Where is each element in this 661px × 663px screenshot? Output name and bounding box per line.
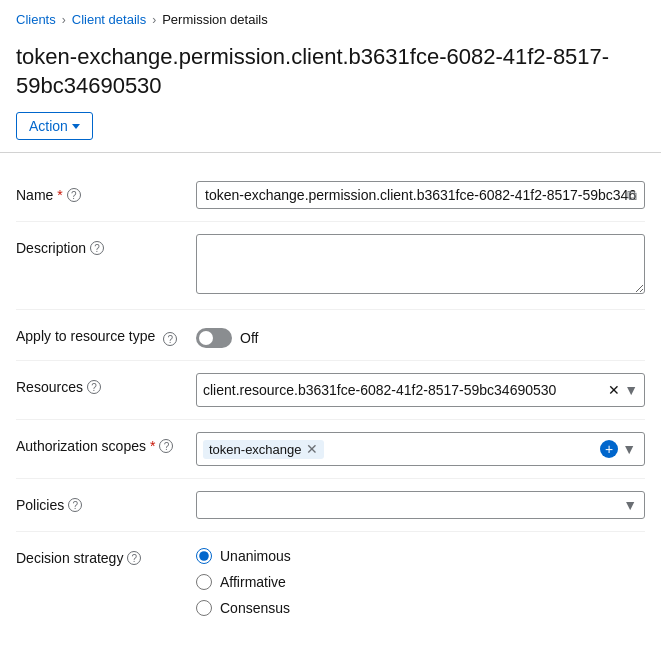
radio-consensus-label: Consensus [220, 600, 290, 616]
resources-row: Resources ? client.resource.b3631fce-608… [16, 361, 645, 420]
decision-strategy-row: Decision strategy ? Unanimous Affirmativ… [16, 532, 645, 628]
apply-resource-type-control: Off [196, 322, 645, 348]
breadcrumb-client-details[interactable]: Client details [72, 12, 146, 27]
resources-label: Resources ? [16, 373, 196, 395]
decision-strategy-radio-group: Unanimous Affirmative Consensus [196, 544, 645, 616]
policies-select[interactable] [196, 491, 645, 519]
auth-scopes-dropdown-icon[interactable]: ▼ [618, 437, 640, 461]
radio-affirmative-input[interactable] [196, 574, 212, 590]
radio-affirmative-label: Affirmative [220, 574, 286, 590]
action-button[interactable]: Action [16, 112, 93, 140]
auth-scopes-add-icon[interactable]: + [600, 440, 618, 458]
name-row: Name * ? ⧉ [16, 169, 645, 222]
resources-clear-icon[interactable]: ✕ [608, 382, 620, 398]
auth-scopes-multi-select[interactable]: token-exchange ✕ + ▼ [196, 432, 645, 466]
toggle-state-label: Off [240, 330, 258, 346]
copy-icon[interactable]: ⧉ [627, 187, 637, 204]
authorization-scopes-control: token-exchange ✕ + ▼ [196, 432, 645, 466]
radio-consensus-input[interactable] [196, 600, 212, 616]
radio-affirmative[interactable]: Affirmative [196, 574, 645, 590]
name-help-icon[interactable]: ? [67, 188, 81, 202]
decision-strategy-control: Unanimous Affirmative Consensus [196, 544, 645, 616]
description-control [196, 234, 645, 297]
name-label: Name * ? [16, 181, 196, 203]
policies-control: ▼ [196, 491, 645, 519]
resources-value: client.resource.b3631fce-6082-41f2-8517-… [203, 382, 604, 398]
radio-consensus[interactable]: Consensus [196, 600, 645, 616]
policies-row: Policies ? ▼ [16, 479, 645, 532]
authorization-scopes-label-wrapper: Authorization scopes * ? [16, 432, 196, 454]
toggle-wrapper: Off [196, 322, 645, 348]
page-header: token-exchange.permission.client.b3631fc… [0, 35, 661, 152]
action-button-chevron-icon [72, 124, 80, 129]
policies-help-icon[interactable]: ? [68, 498, 82, 512]
resources-dropdown-icon[interactable]: ▼ [624, 382, 638, 398]
description-label: Description ? [16, 234, 196, 256]
policies-label: Policies ? [16, 491, 196, 513]
chip-label: token-exchange [209, 442, 302, 457]
page-title: token-exchange.permission.client.b3631fc… [16, 43, 645, 100]
name-control: ⧉ [196, 181, 645, 209]
policies-select-wrapper: ▼ [196, 491, 645, 519]
description-help-icon[interactable]: ? [90, 241, 104, 255]
resources-control: client.resource.b3631fce-6082-41f2-8517-… [196, 373, 645, 407]
chip-remove-icon[interactable]: ✕ [306, 442, 318, 456]
action-button-label: Action [29, 118, 68, 134]
breadcrumb: Clients › Client details › Permission de… [0, 0, 661, 35]
breadcrumb-current: Permission details [162, 12, 268, 27]
toggle-label[interactable] [196, 328, 232, 348]
apply-resource-type-row: Apply to resource type ? Off [16, 310, 645, 361]
decision-strategy-help-icon[interactable]: ? [127, 551, 141, 565]
radio-unanimous-input[interactable] [196, 548, 212, 564]
breadcrumb-sep-2: › [152, 13, 156, 27]
radio-unanimous[interactable]: Unanimous [196, 548, 645, 564]
authorization-scopes-row: Authorization scopes * ? token-exchange … [16, 420, 645, 479]
radio-unanimous-label: Unanimous [220, 548, 291, 564]
form-container: Name * ? ⧉ Description ? Apply to resour… [0, 153, 661, 644]
name-input-wrapper: ⧉ [196, 181, 645, 209]
breadcrumb-sep-1: › [62, 13, 66, 27]
auth-scopes-chip: token-exchange ✕ [203, 440, 324, 459]
resources-help-icon[interactable]: ? [87, 380, 101, 394]
description-input[interactable] [196, 234, 645, 294]
name-required: * [57, 187, 62, 203]
breadcrumb-clients[interactable]: Clients [16, 12, 56, 27]
toggle-slider [196, 328, 232, 348]
auth-scopes-help-icon[interactable]: ? [159, 439, 173, 453]
decision-strategy-label-wrapper: Decision strategy ? [16, 544, 196, 566]
resources-multi-select[interactable]: client.resource.b3631fce-6082-41f2-8517-… [196, 373, 645, 407]
description-row: Description ? [16, 222, 645, 310]
apply-resource-type-label-wrapper: Apply to resource type ? [16, 322, 196, 346]
button-row: Save Cancel [0, 644, 661, 663]
name-input[interactable] [196, 181, 645, 209]
auth-scopes-required: * [150, 438, 155, 454]
apply-resource-help-icon[interactable]: ? [163, 332, 177, 346]
